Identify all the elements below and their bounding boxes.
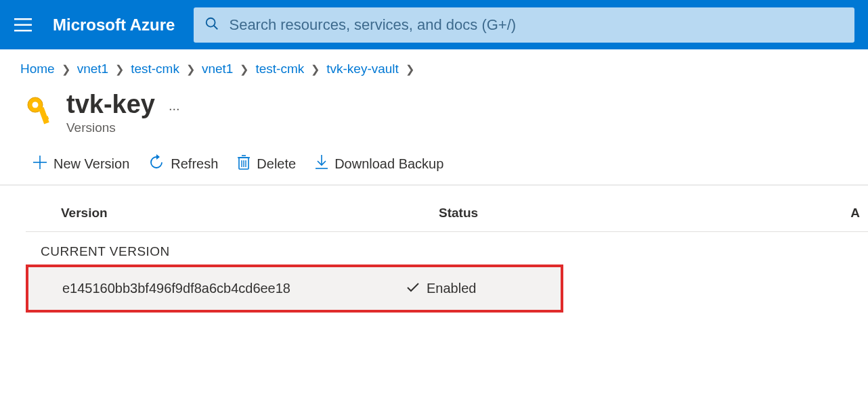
search-input[interactable] [229, 16, 844, 34]
breadcrumb-link[interactable]: Home [20, 62, 55, 76]
new-version-button[interactable]: New Version [32, 155, 129, 173]
breadcrumb-link[interactable]: vnet1 [77, 62, 108, 76]
breadcrumb-link[interactable]: test-cmk [131, 62, 179, 76]
check-icon [406, 281, 420, 296]
brand-label: Microsoft Azure [53, 16, 175, 34]
breadcrumb: Home ❯ vnet1 ❯ test-cmk ❯ vnet1 ❯ test-c… [0, 49, 868, 83]
status-cell: Enabled [406, 281, 476, 296]
status-value: Enabled [427, 281, 476, 296]
delete-button[interactable]: Delete [237, 154, 296, 174]
refresh-icon [148, 154, 165, 174]
toolbar-label: Download Backup [334, 156, 443, 172]
svg-rect-2 [14, 30, 32, 32]
breadcrumb-link[interactable]: tvk-key-vault [326, 62, 399, 76]
table-row[interactable]: e145160bb3bf496f9df8a6cb4cd6ee18 Enabled [28, 267, 561, 310]
page-title: tvk-key [66, 90, 155, 119]
trash-icon [237, 154, 251, 174]
chevron-right-icon: ❯ [62, 63, 70, 76]
svg-rect-7 [39, 107, 49, 124]
highlighted-annotation: e145160bb3bf496f9df8a6cb4cd6ee18 Enabled [26, 264, 563, 313]
chevron-right-icon: ❯ [186, 63, 195, 76]
page-subtitle: Versions [66, 120, 180, 135]
download-icon [315, 154, 328, 174]
chevron-right-icon: ❯ [115, 63, 124, 76]
column-header-a[interactable]: A [850, 206, 868, 221]
plus-icon [32, 155, 47, 173]
chevron-right-icon: ❯ [240, 63, 248, 76]
toolbar-label: Refresh [171, 156, 218, 172]
hamburger-icon[interactable] [12, 14, 34, 36]
toolbar-label: New Version [53, 156, 129, 172]
version-value: e145160bb3bf496f9df8a6cb4cd6ee18 [62, 281, 406, 296]
top-bar: Microsoft Azure [0, 0, 868, 49]
page-header: tvk-key ··· Versions [0, 83, 868, 149]
svg-rect-1 [14, 24, 32, 26]
svg-line-4 [214, 25, 218, 29]
svg-point-3 [207, 18, 215, 26]
breadcrumb-link[interactable]: test-cmk [255, 62, 304, 76]
svg-rect-0 [14, 18, 32, 20]
versions-table: Version Status A CURRENT VERSION e145160… [0, 185, 868, 313]
toolbar-label: Delete [257, 156, 296, 172]
more-actions-button[interactable]: ··· [169, 93, 180, 116]
search-icon [204, 16, 219, 34]
chevron-right-icon: ❯ [311, 63, 320, 76]
chevron-right-icon: ❯ [406, 63, 414, 76]
refresh-button[interactable]: Refresh [148, 154, 218, 174]
breadcrumb-link[interactable]: vnet1 [202, 62, 233, 76]
column-header-version[interactable]: Version [61, 206, 439, 221]
column-header-status[interactable]: Status [439, 206, 850, 221]
svg-point-6 [32, 102, 39, 108]
section-current-version: CURRENT VERSION [26, 232, 868, 264]
download-backup-button[interactable]: Download Backup [315, 154, 443, 174]
key-icon [26, 95, 53, 122]
table-header-row: Version Status A [26, 185, 868, 232]
search-box[interactable] [194, 7, 854, 43]
toolbar: New Version Refresh Delete [0, 149, 868, 185]
